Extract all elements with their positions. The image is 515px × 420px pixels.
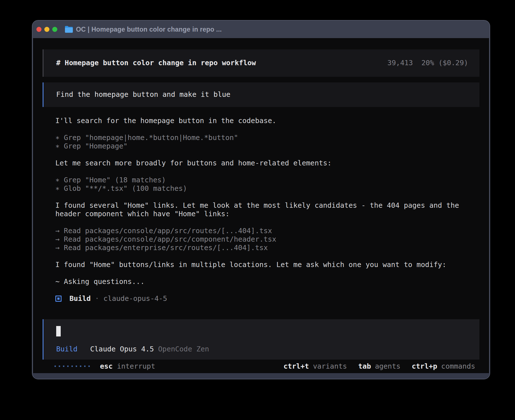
- terminal-content: # Homepage button color change in repo w…: [33, 38, 489, 373]
- status-bar: esc interrupt ctrl+t variants tab agents…: [43, 360, 479, 373]
- assistant-text: I found "Home" buttons/links in multiple…: [55, 261, 476, 269]
- folder-icon: [65, 26, 73, 33]
- agent-name: Build: [69, 294, 91, 303]
- model-provider: OpenCode Zen: [158, 345, 209, 353]
- tool-call-group: → Read packages/console/app/src/routes/[…: [55, 227, 476, 252]
- context-cost: 20% ($0.29): [421, 59, 468, 67]
- agent-model: claude-opus-4-5: [103, 294, 167, 303]
- assistant-text: I found several "Home" links. Let me loo…: [55, 201, 476, 218]
- minimize-button[interactable]: [44, 27, 49, 32]
- tool-call-read: → Read packages/enterprise/src/routes/[.…: [55, 244, 476, 252]
- tool-call-group: ∗ Grep "homepage|home.*button|Home.*butt…: [55, 134, 476, 150]
- tool-call-group: ∗ Grep "Home" (18 matches) ∗ Glob "**/*.…: [55, 176, 476, 193]
- tool-call-read: → Read packages/console/app/src/routes/[…: [55, 227, 476, 235]
- session-header: # Homepage button color change in repo w…: [43, 49, 479, 77]
- agent-separator: ·: [95, 294, 99, 303]
- session-stats: 39,413 20% ($0.29): [387, 59, 468, 67]
- tool-call-grep: ∗ Grep "Homepage": [55, 142, 476, 150]
- user-message-text: Find the homepage button and make it blu…: [56, 90, 230, 99]
- titlebar[interactable]: OC | Homepage button color change in rep…: [32, 21, 490, 38]
- model-row: Build Claude Opus 4.5 OpenCode Zen: [56, 345, 468, 353]
- hint-variants: ctrl+t variants: [283, 362, 347, 371]
- hint-commands: ctrl+p commands: [412, 362, 475, 371]
- esc-hint: esc interrupt: [100, 362, 155, 371]
- window-title: OC | Homepage button color change in rep…: [76, 26, 222, 33]
- transcript: I'll search for the homepage button in t…: [43, 117, 476, 311]
- user-message: Find the homepage button and make it blu…: [43, 82, 479, 107]
- progress-dots-icon: [54, 366, 90, 367]
- agent-status-line: Build · claude-opus-4-5: [55, 294, 476, 303]
- keyboard-hints: ctrl+t variants tab agents ctrl+p comman…: [283, 362, 475, 371]
- traffic-lights: [36, 27, 57, 32]
- terminal-window: OC | Homepage button color change in rep…: [32, 20, 490, 379]
- esc-label: interrupt: [117, 362, 155, 370]
- tool-call-read: → Read packages/console/app/src/componen…: [55, 235, 476, 244]
- session-title: # Homepage button color change in repo w…: [56, 59, 256, 67]
- close-button[interactable]: [36, 27, 42, 32]
- token-count: 39,413: [387, 59, 413, 67]
- zoom-button[interactable]: [52, 27, 57, 32]
- assistant-text: I'll search for the homepage button in t…: [55, 117, 476, 125]
- status-asking: ~ Asking questions...: [55, 277, 476, 286]
- active-agent: Build: [56, 345, 77, 353]
- agent-build-icon: [55, 296, 62, 302]
- esc-key: esc: [100, 362, 113, 370]
- tool-call-grep: ∗ Grep "homepage|home.*button|Home.*butt…: [55, 134, 476, 142]
- tool-call-glob: ∗ Glob "**/*.tsx" (100 matches): [55, 184, 476, 193]
- hint-agents: tab agents: [358, 362, 400, 371]
- assistant-text: Let me search more broadly for buttons a…: [55, 159, 476, 167]
- active-model: Claude Opus 4.5: [90, 345, 154, 353]
- tool-call-grep: ∗ Grep "Home" (18 matches): [55, 176, 476, 184]
- text-cursor: [56, 326, 61, 336]
- window-bottom-edge: [32, 373, 490, 379]
- prompt-input[interactable]: Build Claude Opus 4.5 OpenCode Zen: [43, 319, 479, 360]
